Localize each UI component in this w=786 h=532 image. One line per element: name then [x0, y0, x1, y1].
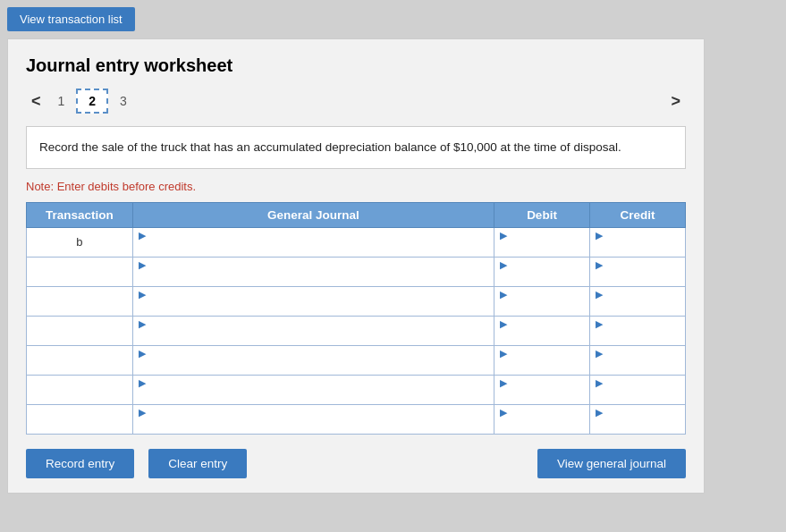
credit-cell[interactable]: ▶ [589, 227, 685, 257]
tab-left-arrow[interactable]: < [26, 90, 46, 113]
transaction-cell: b [27, 227, 133, 257]
col-general-journal: General Journal [132, 202, 494, 227]
tab-2[interactable]: 2 [76, 89, 108, 114]
credit-input[interactable] [596, 359, 680, 373]
journal-cell[interactable]: ▶ [132, 227, 494, 257]
debit-cell[interactable]: ▶ [494, 404, 590, 434]
debit-cell[interactable]: ▶ [494, 227, 590, 257]
journal-cell[interactable]: ▶ [132, 345, 494, 375]
credit-cell[interactable]: ▶ [589, 286, 685, 316]
clear-entry-button[interactable]: Clear entry [148, 449, 247, 478]
transaction-cell [27, 286, 133, 316]
credit-input[interactable] [596, 330, 680, 343]
journal-input[interactable] [139, 330, 488, 343]
journal-input[interactable] [139, 271, 488, 284]
debit-input[interactable] [500, 359, 584, 373]
table-row: ▶▶▶ [27, 316, 686, 345]
buttons-row: Record entry Clear entry View general jo… [26, 449, 686, 478]
credit-cell[interactable]: ▶ [589, 345, 685, 375]
debit-cell[interactable]: ▶ [494, 316, 590, 345]
table-row: ▶▶▶ [27, 345, 686, 375]
debit-input[interactable] [500, 300, 584, 314]
transaction-cell [27, 345, 133, 375]
col-debit: Debit [494, 202, 590, 227]
debit-input[interactable] [500, 418, 584, 432]
top-bar: View transaction list [7, 7, 135, 31]
journal-cell[interactable]: ▶ [132, 316, 494, 345]
credit-input[interactable] [596, 389, 680, 402]
col-transaction: Transaction [27, 202, 133, 227]
debit-input[interactable] [500, 271, 584, 284]
journal-cell[interactable]: ▶ [132, 375, 494, 404]
table-row: ▶▶▶ [27, 375, 686, 404]
journal-input[interactable] [139, 300, 488, 314]
credit-cell[interactable]: ▶ [589, 404, 685, 434]
table-row: ▶▶▶ [27, 404, 686, 434]
tab-1[interactable]: 1 [46, 89, 77, 113]
journal-table: Transaction General Journal Debit Credit… [26, 202, 686, 435]
transaction-cell [27, 375, 133, 404]
record-entry-button[interactable]: Record entry [26, 449, 134, 478]
credit-input[interactable] [596, 271, 680, 284]
transaction-cell [27, 257, 133, 286]
tab-3[interactable]: 3 [108, 89, 139, 113]
credit-input[interactable] [596, 300, 680, 314]
tabs-row: < 1 2 3 > [26, 89, 686, 114]
journal-input[interactable] [139, 418, 488, 432]
description-text: Record the sale of the truck that has an… [39, 140, 621, 154]
debit-cell[interactable]: ▶ [494, 286, 590, 316]
credit-input[interactable] [596, 418, 680, 432]
journal-input[interactable] [139, 389, 488, 402]
journal-input[interactable] [139, 359, 488, 373]
tab-right-arrow[interactable]: > [665, 90, 686, 113]
table-row: ▶▶▶ [27, 286, 686, 316]
debit-cell[interactable]: ▶ [494, 375, 590, 404]
debit-input[interactable] [500, 330, 584, 343]
debit-cell[interactable]: ▶ [494, 345, 590, 375]
journal-cell[interactable]: ▶ [132, 286, 494, 316]
credit-cell[interactable]: ▶ [589, 316, 685, 345]
credit-cell[interactable]: ▶ [589, 257, 685, 286]
journal-cell[interactable]: ▶ [132, 404, 494, 434]
transaction-cell [27, 316, 133, 345]
table-header-row: Transaction General Journal Debit Credit [27, 202, 686, 227]
description-box: Record the sale of the truck that has an… [26, 126, 686, 169]
note-text: Note: Enter debits before credits. [26, 180, 686, 193]
table-row: b▶▶▶ [27, 227, 686, 257]
view-transaction-button[interactable]: View transaction list [7, 7, 135, 31]
debit-input[interactable] [500, 241, 584, 255]
panel-title: Journal entry worksheet [26, 55, 686, 76]
view-general-journal-button[interactable]: View general journal [537, 449, 686, 478]
transaction-cell [27, 404, 133, 434]
credit-input[interactable] [596, 241, 680, 255]
col-credit: Credit [589, 202, 685, 227]
credit-cell[interactable]: ▶ [589, 375, 685, 404]
debit-input[interactable] [500, 389, 584, 402]
debit-cell[interactable]: ▶ [494, 257, 590, 286]
main-panel: Journal entry worksheet < 1 2 3 > Record… [7, 38, 705, 494]
table-row: ▶▶▶ [27, 257, 686, 286]
journal-input[interactable] [139, 241, 488, 255]
journal-cell[interactable]: ▶ [132, 257, 494, 286]
